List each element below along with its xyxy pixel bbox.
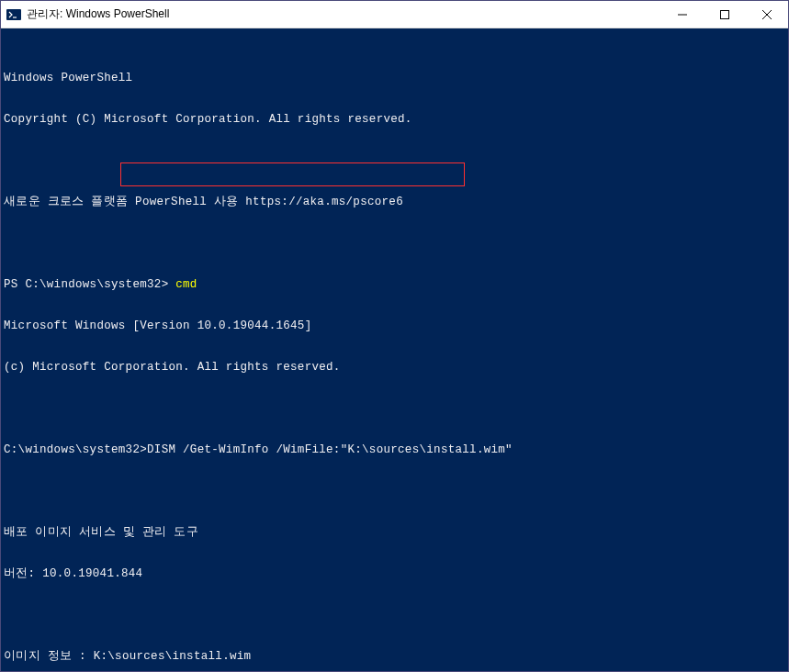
titlebar[interactable]: 관리자: Windows PowerShell bbox=[1, 1, 788, 28]
blank-line bbox=[4, 609, 785, 622]
output-line: 이미지 정보 : K:\sources\install.wim bbox=[4, 650, 785, 664]
banner-line: 새로운 크로스 플랫폼 PowerShell 사용 https://aka.ms… bbox=[4, 196, 785, 209]
window-title: 관리자: Windows PowerShell bbox=[27, 6, 661, 22]
output-line: 배포 이미지 서비스 및 관리 도구 bbox=[4, 526, 785, 540]
blank-line bbox=[4, 237, 785, 251]
svg-rect-3 bbox=[721, 10, 729, 18]
maximize-button[interactable] bbox=[704, 1, 746, 28]
typed-command: cmd bbox=[175, 278, 197, 291]
terminal-body[interactable]: Windows PowerShell Copyright (C) Microso… bbox=[1, 28, 788, 671]
blank-line bbox=[4, 485, 785, 498]
ps-prompt: PS C:\windows\system32> bbox=[4, 278, 175, 291]
window-controls bbox=[661, 1, 788, 28]
cmd-prompt: C:\windows\system32> bbox=[4, 443, 147, 456]
close-button[interactable] bbox=[746, 1, 788, 28]
maximize-icon bbox=[720, 10, 729, 19]
prompt-line: C:\windows\system32>DISM /Get-WimInfo /W… bbox=[4, 443, 785, 457]
minimize-button[interactable] bbox=[661, 1, 704, 28]
powershell-icon bbox=[6, 7, 21, 22]
prompt-line: PS C:\windows\system32> cmd bbox=[4, 278, 785, 292]
powershell-window: 관리자: Windows PowerShell Windows PowerShe… bbox=[0, 0, 789, 672]
minimize-icon bbox=[678, 10, 687, 19]
svg-rect-0 bbox=[6, 9, 21, 20]
blank-line bbox=[4, 154, 785, 168]
blank-line bbox=[4, 402, 785, 416]
banner-line: Windows PowerShell bbox=[4, 72, 785, 85]
output-line: Microsoft Windows [Version 10.0.19044.16… bbox=[4, 319, 785, 333]
output-line: 버전: 10.0.19041.844 bbox=[4, 567, 785, 581]
output-line: (c) Microsoft Corporation. All rights re… bbox=[4, 361, 785, 375]
typed-command: DISM /Get-WimInfo /WimFile:"K:\sources\i… bbox=[147, 443, 513, 456]
banner-line: Copyright (C) Microsoft Corporation. All… bbox=[4, 113, 785, 127]
close-icon bbox=[762, 10, 772, 19]
